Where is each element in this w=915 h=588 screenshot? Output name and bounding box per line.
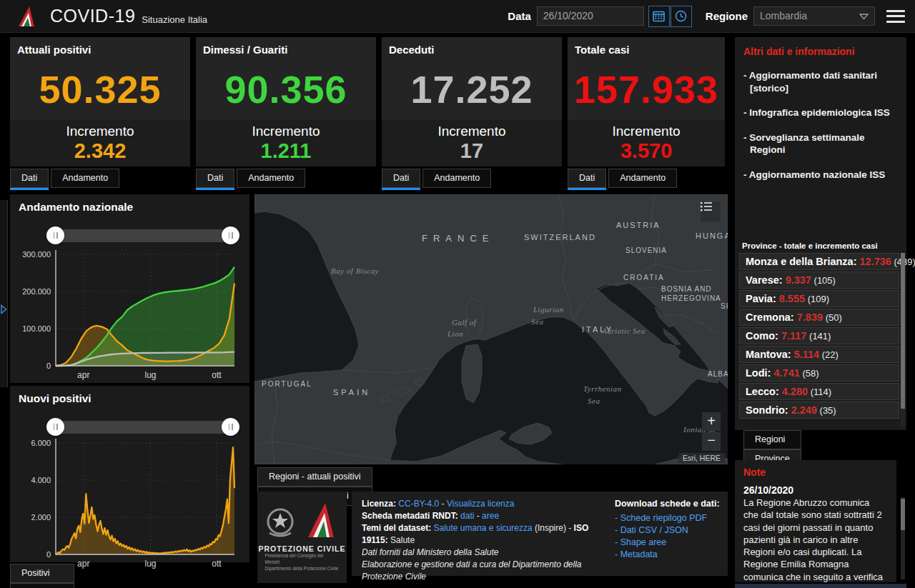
province-row[interactable]: Mantova: 5.114 (22) (739, 346, 899, 363)
stat-card: Dimessi / Guariti 90.356 Incremento 1.21… (196, 37, 376, 166)
altri-dati-link[interactable]: - Infografica epidemiologica ISS (743, 106, 898, 119)
license-line: Elaborazione e gestione dati a cura del … (362, 559, 605, 583)
slider-handle-right[interactable] (222, 226, 239, 244)
map-tab-regioni-attuali-positivi[interactable]: Regioni - attuali positivi (257, 467, 372, 487)
time-button[interactable] (671, 6, 692, 27)
card-increment-value: 17 (382, 139, 562, 163)
license-link[interactable]: Visualizza licenza (447, 499, 515, 509)
card-increment-section: Incremento 1.211 (196, 120, 376, 166)
svg-text:100.000: 100.000 (22, 324, 51, 333)
slider-handle-left[interactable] (46, 418, 64, 436)
card-increment-label: Incremento (382, 120, 562, 139)
svg-text:0: 0 (46, 550, 51, 559)
region-value: Lombardia (760, 10, 807, 21)
card4-tab-andamento[interactable]: Andamento (608, 169, 677, 188)
italy-map[interactable]: FRANCESWITZERLANDAUSTRIAHUNGARYSLOVENIAC… (254, 194, 728, 464)
svg-text:0: 0 (46, 362, 51, 370)
svg-text:ott: ott (212, 559, 222, 569)
license-link[interactable]: dati (460, 511, 474, 521)
map-label-france: FRANCE (422, 233, 494, 244)
province-row[interactable]: Sondrio: 2.249 (35) (739, 402, 899, 419)
card-increment-section: Incremento 2.342 (10, 120, 190, 166)
svg-text:apr: apr (77, 559, 89, 569)
card-tabs: DatiAndamento (196, 169, 376, 188)
andamento-nazionale-chart[interactable]: 0100.000200.000300.000aprlugott (10, 246, 249, 383)
stat-card: Attuali positivi 50.325 Incremento 2.342 (10, 37, 190, 166)
card3-tab-dati[interactable]: Dati (382, 169, 420, 188)
slider-handle-left[interactable] (46, 226, 64, 244)
region-select[interactable]: Lombardia (753, 6, 875, 26)
altri-dati-link[interactable]: - Aggiornamento nazionale ISS (743, 169, 898, 181)
license-link[interactable]: Salute umana e sicurezza (433, 523, 532, 533)
svg-text:lug: lug (144, 559, 156, 569)
left-panel-expander[interactable] (0, 200, 8, 387)
slider-handle-right[interactable] (222, 418, 239, 436)
protezione-civile-logo-icon (16, 5, 40, 28)
repubblica-italiana-emblem-icon (264, 504, 297, 540)
app-title: COVID-19 (50, 6, 135, 26)
province-row[interactable]: Como: 7.117 (141) (739, 327, 899, 344)
card-title: Deceduti (382, 37, 562, 56)
license-link[interactable]: aree (482, 511, 499, 521)
map-label-croatia: CROATIA (623, 274, 665, 281)
card3-tab-andamento[interactable]: Andamento (422, 169, 491, 188)
card-increment-label: Incremento (10, 120, 190, 139)
card2-tab-andamento[interactable]: Andamento (237, 169, 305, 188)
province-row[interactable]: Lodi: 4.741 (58) (739, 364, 899, 382)
map-canvas: FRANCESWITZERLANDAUSTRIAHUNGARYSLOVENIAC… (254, 194, 728, 464)
card-value: 50.325 (10, 60, 190, 119)
license-link[interactable]: CC-BY-4.0 (398, 499, 439, 509)
menu-button[interactable] (886, 10, 905, 23)
map-sea-label: Sea (588, 397, 600, 405)
nuovi-positivi-panel: Nuovi positivi 02.0004.0006.000aprlugott (10, 386, 249, 562)
map-label-ser: SER (721, 302, 728, 310)
province-scrollbar[interactable] (901, 253, 905, 427)
card2-tab-dati[interactable]: Dati (196, 169, 234, 188)
svg-text:200.000: 200.000 (22, 287, 51, 296)
card-increment-label: Incremento (568, 120, 725, 139)
province-tab-regioni[interactable]: Regioni (743, 430, 801, 449)
card-value: 90.356 (196, 60, 376, 119)
map-legend-button[interactable] (701, 201, 721, 221)
altri-dati-link[interactable]: - Sorveglianza settimanale Regioni (743, 131, 898, 156)
note-date: 26/10/2020 (743, 484, 886, 496)
download-link[interactable]: - Dati CSV / JSON (615, 524, 722, 537)
card4-tab-dati[interactable]: Dati (568, 169, 606, 188)
svg-text:6.000: 6.000 (31, 439, 51, 447)
header: COVID-19 Situazione Italia Data 26/10/20… (0, 0, 915, 33)
license-line: Dati forniti dal Ministero della Salute (362, 547, 605, 559)
province-row[interactable]: Cremona: 7.839 (50) (739, 309, 899, 326)
region-label: Regione (706, 10, 748, 22)
map-zoom-out-button[interactable]: − (702, 432, 721, 451)
card-value: 17.252 (382, 60, 562, 119)
nuovi-positivi-tab-positivi[interactable]: Positivi (10, 564, 74, 583)
date-input[interactable]: 26/10/2020 (537, 6, 644, 26)
province-row[interactable]: Varese: 9.337 (105) (739, 271, 899, 289)
logos-subtitle-1: Presidenza del Consiglio dei Ministri (265, 553, 340, 566)
download-link[interactable]: - Metadata (615, 549, 722, 561)
province-row[interactable]: Pavia: 8.555 (109) (739, 290, 899, 307)
calendar-button[interactable] (648, 6, 670, 27)
province-row[interactable]: Monza e della Brianza: 12.736 (439) (739, 253, 899, 270)
nuovi-positivi-tab-variazione[interactable]: Variazione (10, 583, 74, 588)
map-label-switzerland: SWITZERLAND (524, 233, 596, 241)
note-text: La Regione Abruzzo comunica che dal tota… (743, 497, 886, 582)
note-scrollbar[interactable] (901, 497, 905, 579)
andamento-nazionale-panel: Andamento nazionale 0100.000200.000300.0… (10, 194, 249, 383)
time-slider[interactable] (53, 229, 233, 242)
expand-arrow-icon (0, 304, 7, 314)
nuovi-positivi-chart[interactable]: 02.0004.0006.000aprlugott (10, 434, 249, 572)
altri-dati-link[interactable]: - Aggiornamento dati sanitari [storico] (743, 69, 898, 94)
license-line: Scheda metadati RNDT: dati - aree (362, 510, 605, 522)
map-label-portugal: PORTUGAL (262, 380, 312, 388)
svg-text:ott: ott (212, 370, 222, 380)
card1-tab-dati[interactable]: Dati (10, 169, 49, 188)
svg-text:2.000: 2.000 (31, 513, 51, 522)
note-panel: Note 26/10/2020 La Regione Abruzzo comun… (735, 460, 896, 582)
download-link[interactable]: - Schede riepilogo PDF (615, 512, 722, 524)
map-zoom-in-button[interactable]: + (702, 412, 721, 431)
download-link[interactable]: - Shape aree (615, 537, 722, 549)
card1-tab-andamento[interactable]: Andamento (51, 169, 119, 188)
province-row[interactable]: Lecco: 4.280 (114) (739, 383, 899, 400)
time-slider[interactable] (53, 421, 233, 434)
